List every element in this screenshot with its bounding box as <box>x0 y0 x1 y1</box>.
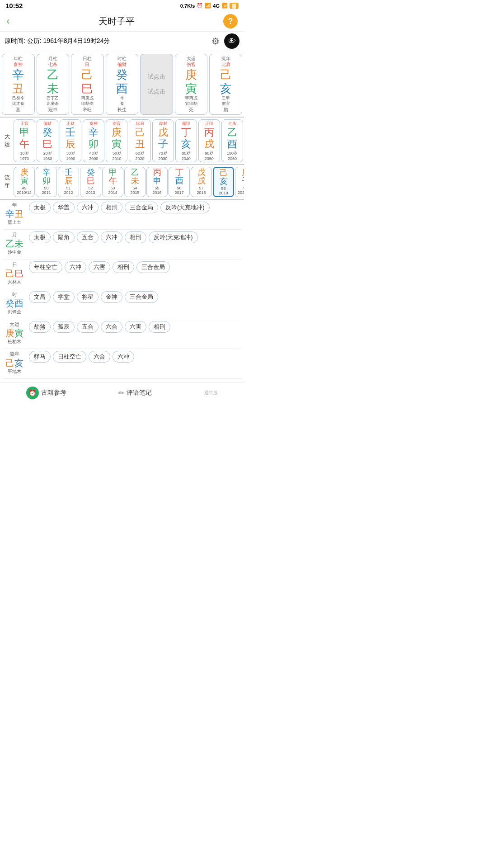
relations-section: 年 辛丑 壁上土 太极华盖六冲相刑三合金局反吟(天克地冲) 月 乙未 沙中金 太… <box>0 200 244 382</box>
relation-tag[interactable]: 反吟(天克地冲) <box>160 202 210 213</box>
status-time: 10:52 <box>5 2 23 9</box>
separator <box>3 378 241 379</box>
relation-tag[interactable]: 五合 <box>77 231 99 243</box>
guji-label: 古籍参考 <box>41 389 66 397</box>
help-button[interactable]: ? <box>223 14 238 28</box>
relation-tag[interactable]: 太极 <box>29 231 51 243</box>
liunian-section: 流年 庚 寅 49 2010/12 辛 卯 50 2011 壬 辰 51 201… <box>0 165 244 200</box>
guji-button[interactable]: ⏰ 古籍参考 <box>26 387 66 399</box>
relation-tag[interactable]: 六冲 <box>65 261 86 273</box>
relation-tag[interactable]: 劫煞 <box>29 321 51 333</box>
pillar-trial[interactable]: 试点击试点击 <box>140 54 173 115</box>
relation-tag[interactable]: 将星 <box>77 291 99 303</box>
pillar-day: 日柱 日 己 巳 丙庚戊 印劫伤 帝旺 <box>71 54 104 115</box>
pillars-grid: 年柱 食神 辛 丑 己癸辛 比才食 墓 月柱 七杀 乙 未 己丁乙 比枭杀 冠带… <box>0 51 244 118</box>
liunian-card[interactable]: 庚 寅 49 2010/12 <box>14 167 35 198</box>
liunian-card[interactable]: 己 亥 58 2019 <box>213 167 234 198</box>
relation-tag[interactable]: 相刑 <box>113 261 134 273</box>
relation-tag[interactable]: 六合 <box>89 351 110 363</box>
alarm-icon: ⏰ <box>197 3 203 9</box>
relation-tag[interactable]: 三合金局 <box>125 202 158 213</box>
dayun-card[interactable]: 正财 壬 辰 30岁 1990 <box>60 119 81 162</box>
relation-tag[interactable]: 相刑 <box>149 321 170 333</box>
relation-tag[interactable]: 反吟(天克地冲) <box>149 231 198 243</box>
relation-tag[interactable]: 相刑 <box>125 231 146 243</box>
guji-icon: ⏰ <box>26 387 39 399</box>
relation-tag[interactable]: 六害 <box>125 321 146 333</box>
liunian-card[interactable]: 戊 戌 57 2018 <box>191 167 212 198</box>
network-type: 4G <box>213 3 220 9</box>
relation-row: 月 乙未 沙中金 太极隔角五合六冲相刑反吟(天克地冲) <box>3 231 241 255</box>
relation-tag[interactable]: 文昌 <box>29 291 51 303</box>
date-label: 原时间: 公历: 1961年8月4日19时24分 <box>5 37 110 45</box>
relation-tag[interactable]: 驿马 <box>29 351 51 363</box>
relation-row: 日 己巳 大林木 年柱空亡六冲六害相刑三合金局 <box>3 261 241 285</box>
relation-tags: 年柱空亡六冲六害相刑三合金局 <box>29 261 241 273</box>
relation-tag[interactable]: 年柱空亡 <box>29 261 62 273</box>
date-bar-icons: ⚙ 👁 <box>211 33 239 49</box>
relation-row: 大运 庚寅 松柏木 劫煞孤辰五合六合六害相刑 <box>3 321 241 345</box>
dayun-card[interactable]: 劫财 戊 子 70岁 2030 <box>152 119 174 162</box>
bottom-bar: ⏰ 古籍参考 ✏ 评语笔记 通牛股 <box>0 382 244 403</box>
separator <box>3 349 241 349</box>
relation-tag[interactable]: 华盖 <box>53 202 75 213</box>
signal-icon: 📶 <box>205 3 211 9</box>
back-button[interactable]: ‹ <box>6 15 9 27</box>
status-right: 0.7K/s ⏰ 📶 4G 📶 ▓ <box>180 3 239 9</box>
separator <box>3 319 241 319</box>
relation-tag[interactable]: 五合 <box>77 321 99 333</box>
separator <box>3 289 241 289</box>
dayun-card[interactable]: 偏财 癸 巳 20岁 1980 <box>37 119 58 162</box>
dayun-card[interactable]: 食神 辛 卯 40岁 2000 <box>83 119 104 162</box>
relation-tag[interactable]: 隔角 <box>53 231 75 243</box>
relation-label: 日 己巳 大林木 <box>3 261 26 285</box>
dayun-card[interactable]: 比肩 己 丑 60岁 2020 <box>129 119 150 162</box>
pillar-dayun: 大运 伤官 庚 寅 甲丙戊 官印劫 死 <box>175 54 208 115</box>
liunian-card[interactable]: 甲 午 53 2014 <box>102 167 123 198</box>
eye-icon[interactable]: 👁 <box>224 33 239 49</box>
relation-tag[interactable]: 孤辰 <box>53 321 75 333</box>
relation-tag[interactable]: 三合金局 <box>125 291 158 303</box>
liunian-card[interactable]: 乙 未 54 2015 <box>124 167 145 198</box>
liunian-card[interactable]: 癸 巳 52 2013 <box>80 167 101 198</box>
relation-label: 流年 己亥 平地木 <box>3 351 26 375</box>
relation-tag[interactable]: 学堂 <box>53 291 75 303</box>
settings-icon[interactable]: ⚙ <box>211 36 220 47</box>
dayun-card[interactable]: 正官 甲 午 10岁 1970 <box>14 119 35 162</box>
dayun-card[interactable]: 伤官 庚 寅 50岁 2010 <box>106 119 127 162</box>
battery-icon: ▓ <box>230 3 239 9</box>
relation-tag[interactable]: 相刑 <box>101 202 122 213</box>
relation-tag[interactable]: 太极 <box>29 202 51 213</box>
dayun-card[interactable]: 正印 丙 戌 90岁 2050 <box>198 119 220 162</box>
relation-tag[interactable]: 日柱空亡 <box>53 351 86 363</box>
relation-tag[interactable]: 六冲 <box>113 351 134 363</box>
relation-tag[interactable]: 三合金局 <box>136 261 170 273</box>
liunian-card[interactable]: 丙 申 55 2016 <box>146 167 168 198</box>
dayun-cards: 正官 甲 午 10岁 1970 偏财 癸 巳 20岁 1980 正财 壬 辰 3… <box>14 119 243 162</box>
watermark: 通牛股 <box>204 390 218 396</box>
pillar-month: 月柱 七杀 乙 未 己丁乙 比枭杀 冠带 <box>37 54 70 115</box>
edit-icon: ✏ <box>118 389 124 397</box>
liunian-card[interactable]: 庚 子 59 2020/12] <box>235 167 244 198</box>
relation-tag[interactable]: 六合 <box>101 321 122 333</box>
dayun-card[interactable]: 七杀 乙 酉 100岁 2060 <box>221 119 243 162</box>
liunian-card[interactable]: 壬 辰 51 2012 <box>58 167 79 198</box>
wifi-icon: 📶 <box>221 3 228 9</box>
relation-row: 流年 己亥 平地木 驿马日柱空亡六合六冲 <box>3 351 241 375</box>
relation-label: 时 癸酉 剑锋金 <box>3 291 26 315</box>
relation-tag[interactable]: 金神 <box>101 291 122 303</box>
liunian-card[interactable]: 辛 卯 50 2011 <box>36 167 57 198</box>
relation-tag[interactable]: 六冲 <box>101 231 122 243</box>
liunian-cards: 庚 寅 49 2010/12 辛 卯 50 2011 壬 辰 51 2012 癸… <box>14 167 244 198</box>
relation-tag[interactable]: 六害 <box>89 261 110 273</box>
dayun-label: 大 运 <box>1 119 14 162</box>
date-bar: 原时间: 公历: 1961年8月4日19时24分 ⚙ 👁 <box>0 32 244 51</box>
dayun-card[interactable]: 偏印 丁 亥 80岁 2040 <box>175 119 197 162</box>
liunian-card[interactable]: 丁 酉 56 2017 <box>169 167 190 198</box>
relation-tag[interactable]: 六冲 <box>77 202 99 213</box>
pingyu-button[interactable]: ✏ 评语笔记 <box>118 389 152 397</box>
dayun-section: 大 运 正官 甲 午 10岁 1970 偏财 癸 巳 20岁 1980 正财 壬… <box>0 118 244 165</box>
network-speed: 0.7K/s <box>180 3 195 9</box>
relation-tags: 驿马日柱空亡六合六冲 <box>29 351 241 363</box>
relation-tags: 太极华盖六冲相刑三合金局反吟(天克地冲) <box>29 202 241 213</box>
